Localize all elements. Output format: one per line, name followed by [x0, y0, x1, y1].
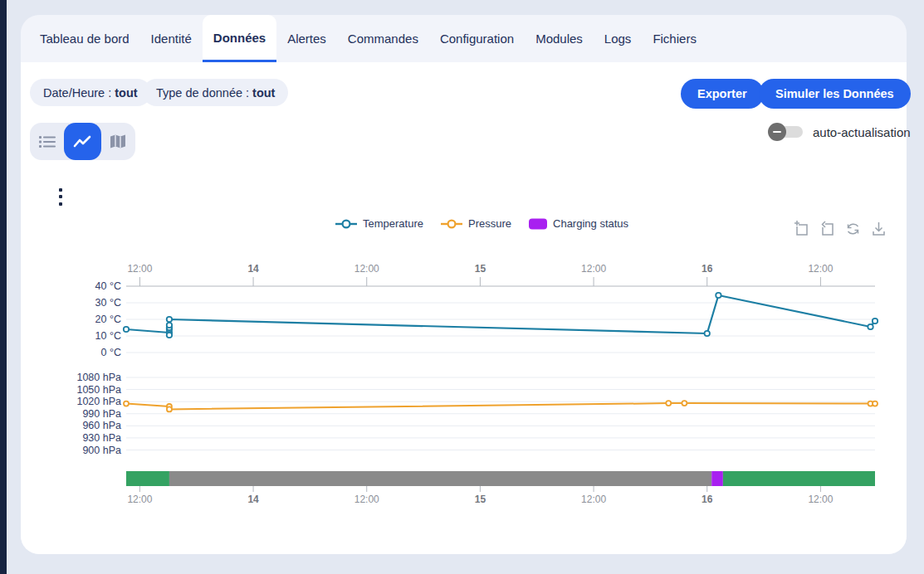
svg-text:960 hPa: 960 hPa: [82, 420, 121, 431]
svg-text:12:00: 12:00: [581, 263, 606, 275]
svg-text:16: 16: [702, 494, 713, 505]
svg-text:16: 16: [702, 263, 713, 275]
page: Tableau de bord Identité Données Alertes…: [0, 0, 924, 574]
svg-text:1050 hPa: 1050 hPa: [76, 384, 121, 396]
svg-text:1020 hPa: 1020 hPa: [76, 396, 121, 407]
svg-text:0 °C: 0 °C: [101, 347, 121, 358]
svg-text:15: 15: [475, 494, 486, 505]
timeseries-chart[interactable]: 12:0012:00141412:0012:00151512:0012:0016…: [0, 0, 924, 574]
svg-text:14: 14: [247, 263, 259, 275]
svg-text:12:00: 12:00: [808, 263, 833, 275]
svg-text:40 °C: 40 °C: [95, 280, 121, 292]
svg-text:12:00: 12:00: [127, 494, 152, 505]
svg-text:12:00: 12:00: [808, 494, 833, 505]
svg-text:12:00: 12:00: [354, 263, 379, 275]
svg-text:12:00: 12:00: [354, 494, 379, 505]
svg-text:14: 14: [247, 494, 259, 505]
svg-text:20 °C: 20 °C: [95, 314, 121, 325]
svg-text:930 hPa: 930 hPa: [82, 432, 121, 444]
svg-text:10 °C: 10 °C: [95, 330, 121, 342]
svg-text:12:00: 12:00: [581, 494, 606, 505]
svg-text:30 °C: 30 °C: [95, 297, 121, 309]
svg-text:15: 15: [475, 263, 486, 275]
svg-text:12:00: 12:00: [127, 263, 152, 275]
svg-text:990 hPa: 990 hPa: [82, 408, 121, 420]
svg-text:1080 hPa: 1080 hPa: [76, 372, 121, 383]
svg-text:900 hPa: 900 hPa: [82, 445, 121, 456]
